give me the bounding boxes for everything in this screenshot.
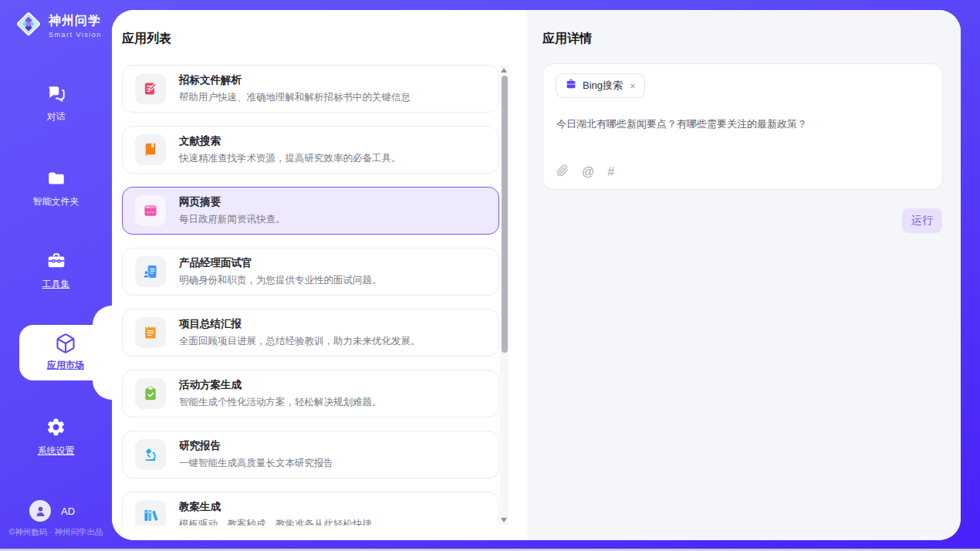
- user-avatar-icon: [34, 505, 47, 518]
- brand-logo: 神州问学 Smart Vision: [14, 9, 102, 42]
- app-title: 教案生成: [179, 500, 372, 514]
- app-detail-title: 应用详情: [542, 31, 592, 47]
- sidebar-item-label: 应用市场: [19, 359, 112, 372]
- app-title: 网页摘要: [179, 195, 286, 209]
- app-card-pm-interviewer[interactable]: 产品经理面试官 明确身份和职责，为您提供专业性的面试问题。: [122, 248, 499, 296]
- scroll-down-icon[interactable]: [501, 518, 507, 522]
- sidebar-item-label: 智能文件夹: [0, 195, 112, 208]
- browser-code-icon: </>: [135, 195, 166, 226]
- app-card-bid-document-parsing[interactable]: 招标文件解析 帮助用户快速、准确地理解和解析招标书中的关键信息: [122, 65, 499, 113]
- app-desc: 明确身份和职责，为您提供专业性的面试问题。: [179, 274, 382, 287]
- sidebar-item-chat[interactable]: 对话: [0, 83, 112, 123]
- sidebar-item-label: 对话: [0, 110, 112, 123]
- svg-text:</>: </>: [147, 210, 155, 215]
- app-card-literature-search[interactable]: 文献搜索 快速精准查找学术资源，提高研究效率的必备工具。: [122, 126, 499, 174]
- active-tab-curve-bottom: [93, 380, 112, 400]
- chip-close-icon[interactable]: ×: [630, 80, 636, 92]
- tool-chip-bing-search[interactable]: Bing搜索 ×: [556, 73, 645, 98]
- scroll-up-icon[interactable]: [501, 68, 507, 73]
- prompt-composer[interactable]: Bing搜索 × 今日湖北有哪些新闻要点？有哪些需要关注的最新政策？ @ #: [542, 63, 943, 190]
- run-button[interactable]: 运行: [902, 208, 942, 233]
- avatar[interactable]: [29, 500, 51, 522]
- sidebar-item-label: 工具集: [0, 278, 112, 291]
- app-desc: 快速精准查找学术资源，提高研究效率的必备工具。: [179, 152, 401, 165]
- folder-icon: [46, 177, 66, 191]
- sidebar-item-label: 系统设置: [0, 445, 112, 458]
- app-desc: 模板驱动，教案秒成，教学准备从此轻松快捷: [179, 518, 372, 526]
- sidebar-item-toolset[interactable]: 工具集: [0, 251, 112, 291]
- paperclip-icon[interactable]: [556, 164, 569, 180]
- user-initials: AD: [61, 505, 75, 517]
- toolbox-icon: [46, 260, 66, 273]
- app-title: 招标文件解析: [179, 73, 411, 87]
- briefcase-icon: [565, 78, 577, 93]
- app-card-research-report[interactable]: 研究报告 一键智能生成高质量长文本研究报告: [122, 431, 499, 478]
- report-note-icon: [135, 317, 166, 348]
- app-desc: 帮助用户快速、准确地理解和解析招标书中的关键信息: [179, 91, 411, 104]
- interviewer-icon: [135, 256, 166, 287]
- app-desc: 一键智能生成高质量长文本研究报告: [179, 457, 333, 470]
- at-icon[interactable]: @: [582, 166, 594, 178]
- sidebar-item-smart-folder[interactable]: 智能文件夹: [0, 168, 112, 208]
- hash-icon[interactable]: #: [607, 166, 614, 178]
- cube-icon: [55, 343, 76, 357]
- list-scrollbar[interactable]: [500, 65, 509, 526]
- books-icon: [135, 500, 166, 526]
- gear-icon: [46, 427, 66, 440]
- chat-icon: [46, 93, 66, 106]
- diamond-logo-icon: [14, 9, 43, 42]
- app-card-event-plan[interactable]: 活动方案生成 智能生成个性化活动方案，轻松解决规划难题。: [122, 370, 499, 417]
- prompt-text[interactable]: 今日湖北有哪些新闻要点？有哪些需要关注的最新政策？: [556, 117, 927, 132]
- app-title: 项目总结汇报: [179, 317, 421, 331]
- scrollbar-thumb[interactable]: [502, 76, 508, 353]
- app-title: 文献搜索: [179, 134, 401, 148]
- app-list-title: 应用列表: [122, 31, 171, 47]
- composer-toolbar: @ #: [556, 164, 614, 180]
- app-card-web-summary[interactable]: </> 网页摘要 每日政府新闻资讯快查。: [122, 187, 499, 235]
- app-title: 研究报告: [179, 439, 333, 453]
- active-tab-curve-top: [93, 306, 112, 325]
- sidebar: 神州问学 Smart Vision 对话 智能文件夹: [0, 0, 112, 551]
- sidebar-item-app-market[interactable]: 应用市场: [19, 325, 112, 380]
- brand-subtitle: Smart Vision: [49, 31, 102, 39]
- app-card-project-summary[interactable]: 项目总结汇报 全面回顾项目进展，总结经验教训，助力未来优化发展。: [122, 309, 499, 357]
- app-list: 招标文件解析 帮助用户快速、准确地理解和解析招标书中的关键信息 文献搜索 快速精…: [122, 65, 499, 526]
- app-title: 活动方案生成: [179, 378, 382, 392]
- main-content: 应用列表 招标文件解析 帮助用户快速、准确地理解和解析招标书中的关键信息: [112, 10, 961, 540]
- app-desc: 智能生成个性化活动方案，轻松解决规划难题。: [179, 396, 382, 409]
- user-account[interactable]: AD: [29, 500, 75, 522]
- app-list-panel: 应用列表 招标文件解析 帮助用户快速、准确地理解和解析招标书中的关键信息: [112, 10, 527, 540]
- app-desc: 每日政府新闻资讯快查。: [179, 213, 286, 226]
- app-card-lesson-plan[interactable]: 教案生成 模板驱动，教案秒成，教学准备从此轻松快捷: [122, 492, 499, 526]
- clipboard-check-icon: [135, 378, 166, 409]
- tool-chip-label: Bing搜索: [583, 79, 623, 93]
- app-desc: 全面回顾项目进展，总结经验教训，助力未来优化发展。: [179, 335, 421, 348]
- document-edit-icon: [135, 73, 166, 104]
- brand-name: 神州问学: [49, 14, 101, 27]
- copyright-footer: ©神州数码 · 神州问学出品: [0, 527, 112, 538]
- sidebar-item-settings[interactable]: 系统设置: [0, 417, 112, 458]
- app-title: 产品经理面试官: [179, 256, 382, 270]
- microscope-icon: [135, 439, 166, 470]
- app-detail-panel: 应用详情 Bing搜索 × 今日湖北有哪些新闻要点？有哪些需要关注的最新政策？: [527, 10, 961, 540]
- book-icon: [135, 134, 166, 165]
